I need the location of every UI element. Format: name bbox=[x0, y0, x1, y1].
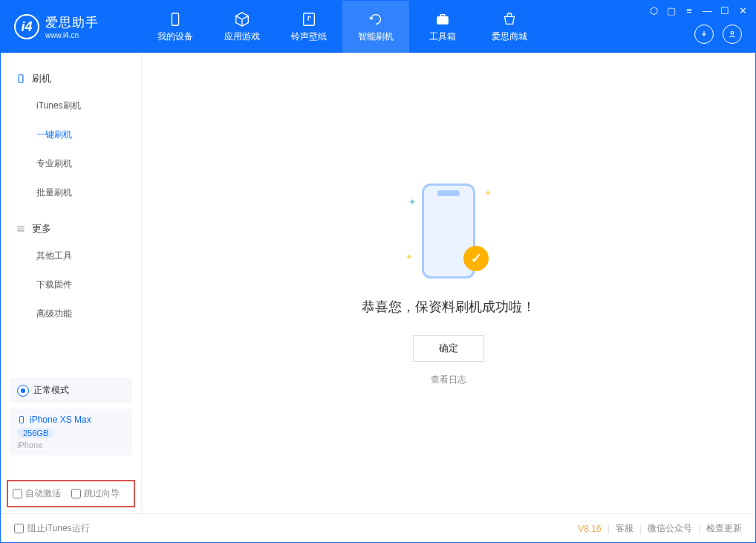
user-icon[interactable] bbox=[723, 25, 742, 44]
svg-rect-3 bbox=[440, 15, 445, 17]
skip-guide-label: 跳过向导 bbox=[84, 487, 120, 500]
sidebar-group-flash: 刷机 bbox=[1, 66, 141, 91]
sidebar-item-pro-flash[interactable]: 专业刷机 bbox=[1, 149, 141, 178]
nav-label: 铃声壁纸 bbox=[291, 30, 327, 43]
mode-icon bbox=[17, 385, 29, 397]
nav-tab-apps[interactable]: 应用游戏 bbox=[209, 1, 276, 53]
menu-icon[interactable]: ≡ bbox=[684, 5, 694, 16]
svg-rect-6 bbox=[20, 417, 24, 423]
group-label: 刷机 bbox=[32, 72, 51, 85]
success-illustration: ✦ ✦ ✦ bbox=[404, 181, 493, 284]
sidebar-item-batch-flash[interactable]: 批量刷机 bbox=[1, 178, 141, 207]
sparkle-icon: ✦ bbox=[484, 188, 492, 198]
minimize-icon[interactable]: — bbox=[702, 5, 712, 16]
device-name-row: iPhone XS Max bbox=[17, 414, 125, 425]
store-icon bbox=[501, 10, 518, 28]
refresh-icon bbox=[367, 10, 385, 28]
mode-label: 正常模式 bbox=[33, 384, 69, 397]
device-type: iPhone bbox=[17, 440, 125, 449]
block-itunes-input[interactable] bbox=[14, 524, 24, 533]
success-message: 恭喜您，保资料刷机成功啦！ bbox=[362, 298, 535, 316]
header-actions bbox=[694, 25, 742, 44]
nav-tab-store[interactable]: 爱思商城 bbox=[476, 1, 543, 53]
svg-rect-0 bbox=[172, 13, 178, 26]
nav-tab-ringtone[interactable]: 铃声壁纸 bbox=[276, 1, 342, 53]
nav-tab-device[interactable]: 我的设备 bbox=[142, 1, 209, 53]
device-mode-row[interactable]: 正常模式 bbox=[10, 378, 132, 403]
phone-icon bbox=[16, 74, 26, 84]
group-label: 更多 bbox=[32, 222, 51, 235]
window-controls: ⬡ ▢ ≡ — ☐ ✕ bbox=[648, 5, 748, 16]
sparkle-icon: ✦ bbox=[408, 197, 416, 207]
device-info-row[interactable]: iPhone XS Max 256GB iPhone bbox=[10, 409, 132, 455]
block-itunes-label: 阻止iTunes运行 bbox=[27, 522, 90, 535]
sidebar-group-more: 更多 bbox=[1, 216, 141, 241]
lock-icon[interactable]: ▢ bbox=[666, 5, 677, 16]
ok-button[interactable]: 确定 bbox=[413, 335, 484, 362]
version-label: V8.16 bbox=[578, 524, 601, 534]
auto-activate-label: 自动激活 bbox=[25, 487, 61, 500]
support-link[interactable]: 客服 bbox=[616, 522, 633, 535]
body-area: 刷机 iTunes刷机 一键刷机 专业刷机 批量刷机 更多 其他工具 下载固件 … bbox=[1, 53, 755, 513]
app-subtitle: www.i4.cn bbox=[45, 31, 99, 39]
nav-label: 应用游戏 bbox=[224, 30, 260, 43]
phone-small-icon bbox=[17, 414, 26, 425]
block-itunes-checkbox[interactable]: 阻止iTunes运行 bbox=[14, 522, 90, 535]
sidebar-item-other-tools[interactable]: 其他工具 bbox=[1, 241, 141, 270]
skip-guide-checkbox[interactable]: 跳过向导 bbox=[71, 487, 120, 500]
nav-label: 工具箱 bbox=[429, 30, 456, 43]
logo-area: i4 爱思助手 www.i4.cn bbox=[1, 14, 142, 39]
cube-icon bbox=[233, 10, 251, 28]
wechat-link[interactable]: 微信公众号 bbox=[648, 522, 692, 535]
check-update-link[interactable]: 检查更新 bbox=[706, 522, 742, 535]
svg-rect-1 bbox=[304, 13, 315, 26]
sidebar-item-oneclick-flash[interactable]: 一键刷机 bbox=[1, 120, 141, 149]
footer: 阻止iTunes运行 V8.16 | 客服 | 微信公众号 | 检查更新 bbox=[1, 513, 755, 543]
nav-label: 智能刷机 bbox=[358, 30, 394, 43]
maximize-icon[interactable]: ☐ bbox=[720, 5, 730, 16]
svg-point-4 bbox=[731, 32, 734, 35]
check-badge-icon bbox=[463, 246, 489, 271]
device-capacity: 256GB bbox=[17, 428, 54, 438]
device-icon bbox=[166, 10, 184, 28]
sidebar-item-advanced[interactable]: 高级功能 bbox=[1, 299, 141, 328]
flash-options-row: 自动激活 跳过向导 bbox=[7, 480, 135, 507]
svg-rect-5 bbox=[19, 75, 23, 83]
shirt-icon[interactable]: ⬡ bbox=[648, 5, 659, 16]
download-icon[interactable] bbox=[694, 25, 714, 44]
close-icon[interactable]: ✕ bbox=[737, 5, 748, 16]
nav-tab-flash[interactable]: 智能刷机 bbox=[342, 1, 409, 53]
list-icon bbox=[16, 224, 26, 234]
music-icon bbox=[300, 10, 318, 28]
footer-right: V8.16 | 客服 | 微信公众号 | 检查更新 bbox=[578, 522, 742, 535]
app-header: i4 爱思助手 www.i4.cn 我的设备 应用游戏 铃声壁纸 智能刷机 工具… bbox=[1, 1, 755, 53]
svg-rect-2 bbox=[437, 16, 449, 24]
auto-activate-checkbox[interactable]: 自动激活 bbox=[13, 487, 61, 500]
logo-icon: i4 bbox=[14, 14, 39, 39]
sidebar: 刷机 iTunes刷机 一键刷机 专业刷机 批量刷机 更多 其他工具 下载固件 … bbox=[1, 53, 142, 513]
device-panel: 正常模式 iPhone XS Max 256GB iPhone bbox=[10, 378, 132, 455]
sidebar-item-download-firmware[interactable]: 下载固件 bbox=[1, 270, 141, 299]
device-name: iPhone XS Max bbox=[30, 414, 91, 425]
view-log-link[interactable]: 查看日志 bbox=[431, 374, 466, 386]
app-title: 爱思助手 bbox=[45, 14, 99, 31]
skip-guide-input[interactable] bbox=[71, 489, 81, 498]
nav-label: 我的设备 bbox=[157, 30, 193, 43]
auto-activate-input[interactable] bbox=[13, 489, 22, 498]
main-content: ✦ ✦ ✦ 恭喜您，保资料刷机成功啦！ 确定 查看日志 bbox=[142, 53, 755, 513]
logo-text: 爱思助手 www.i4.cn bbox=[45, 14, 99, 39]
nav-tab-toolbox[interactable]: 工具箱 bbox=[409, 1, 476, 53]
toolbox-icon bbox=[434, 10, 452, 28]
sparkle-icon: ✦ bbox=[405, 252, 413, 262]
nav-tabs: 我的设备 应用游戏 铃声壁纸 智能刷机 工具箱 爱思商城 bbox=[142, 1, 543, 53]
sidebar-item-itunes-flash[interactable]: iTunes刷机 bbox=[1, 91, 141, 120]
nav-label: 爱思商城 bbox=[492, 30, 527, 43]
